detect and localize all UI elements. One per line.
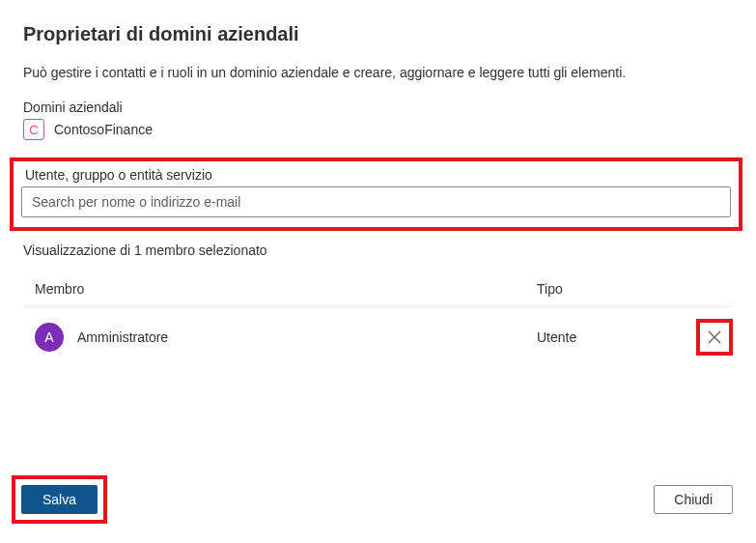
members-table: Membro Tipo A Amministratore Utente xyxy=(23,273,733,367)
remove-member-button[interactable] xyxy=(705,328,724,347)
domain-row: C ContosoFinance xyxy=(23,119,733,140)
remove-highlight-annotation xyxy=(696,319,733,356)
domain-label: Domini aziendali xyxy=(23,100,733,115)
save-highlight-annotation: Salva xyxy=(12,475,107,524)
save-button[interactable]: Salva xyxy=(21,485,98,514)
table-row: A Amministratore Utente xyxy=(23,307,733,367)
domain-name: ContosoFinance xyxy=(54,122,153,137)
member-name: Amministratore xyxy=(77,329,537,345)
members-caption: Visualizzazione di 1 membro selezionato xyxy=(23,243,733,258)
domain-badge-icon: C xyxy=(23,119,44,140)
column-header-type: Tipo xyxy=(537,281,721,297)
avatar: A xyxy=(35,323,64,352)
column-header-member: Membro xyxy=(35,281,537,297)
footer: Salva Chiudi xyxy=(12,475,733,524)
page-title: Proprietari di domini aziendali xyxy=(23,23,733,45)
page-description: Può gestire i contatti e i ruoli in un d… xyxy=(23,65,733,80)
table-header: Membro Tipo xyxy=(23,273,733,307)
search-highlight-annotation: Utente, gruppo o entità servizio xyxy=(10,157,742,231)
close-button[interactable]: Chiudi xyxy=(654,485,733,514)
search-label: Utente, gruppo o entità servizio xyxy=(25,167,731,183)
member-type: Utente xyxy=(537,329,721,345)
search-input[interactable] xyxy=(21,186,731,217)
close-icon xyxy=(707,329,722,345)
